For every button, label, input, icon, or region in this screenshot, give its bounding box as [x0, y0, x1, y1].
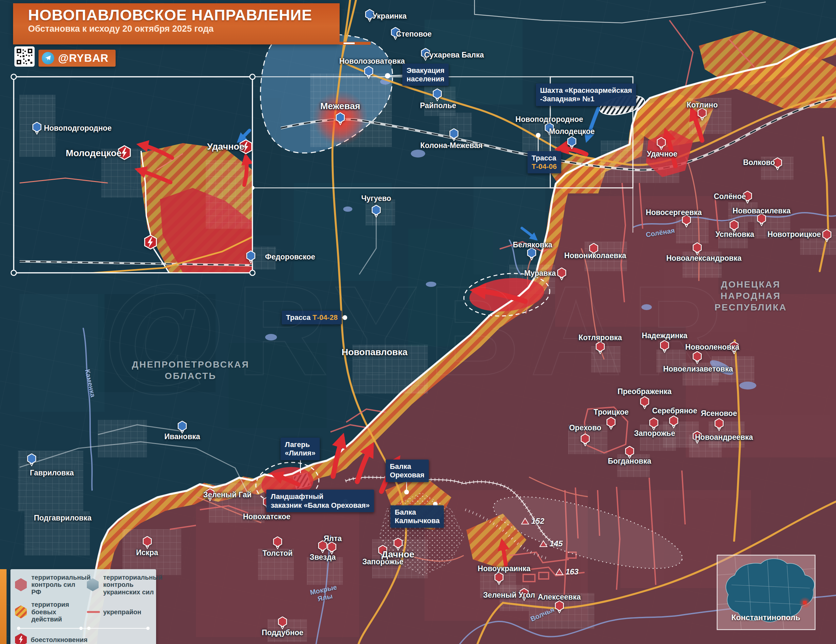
legend-rf-hex-icon [15, 578, 27, 592]
legend-accent-bar [0, 569, 7, 644]
rybar-badge: @RYBAR [39, 50, 116, 67]
title-strip [340, 42, 371, 45]
rybar-channel: @RYBAR [58, 52, 108, 64]
map-legend: территориальный контроль сил РФ территор… [10, 569, 156, 644]
legend-battle-hex-icon [15, 605, 27, 618]
legend-label-clash: боестолкновения [31, 636, 88, 643]
title-strip-dash [343, 42, 354, 44]
telegram-icon [42, 52, 54, 64]
mini-map-label: Константинополь [731, 613, 800, 622]
map-artwork [0, 0, 836, 644]
legend-clash-hex-icon [15, 633, 27, 644]
legend-fortline-icon [87, 611, 100, 613]
legend-divider [17, 628, 150, 629]
map-subtitle: Обстановка к исходу 20 октября 2025 года [28, 25, 340, 33]
legend-label-fortline: укрепрайон [103, 608, 162, 616]
qr-code-icon [15, 46, 34, 67]
title-banner: НОВОПАВЛОВСКОЕ НАПРАВЛЕНИЕ Обстановка к … [13, 3, 340, 44]
legend-label-battle: территория боевых действий [31, 601, 83, 623]
map-title: НОВОПАВЛОВСКОЕ НАПРАВЛЕНИЕ [28, 7, 340, 23]
legend-label-ua: территориальный контроль украинских сил [103, 574, 162, 596]
inset-map [14, 77, 252, 274]
map-stage: @RYBAR УкраинкаСтеповоеСухарева БалкаНов… [0, 0, 836, 644]
legend-label-rf: территориальный контроль сил РФ [31, 574, 83, 596]
